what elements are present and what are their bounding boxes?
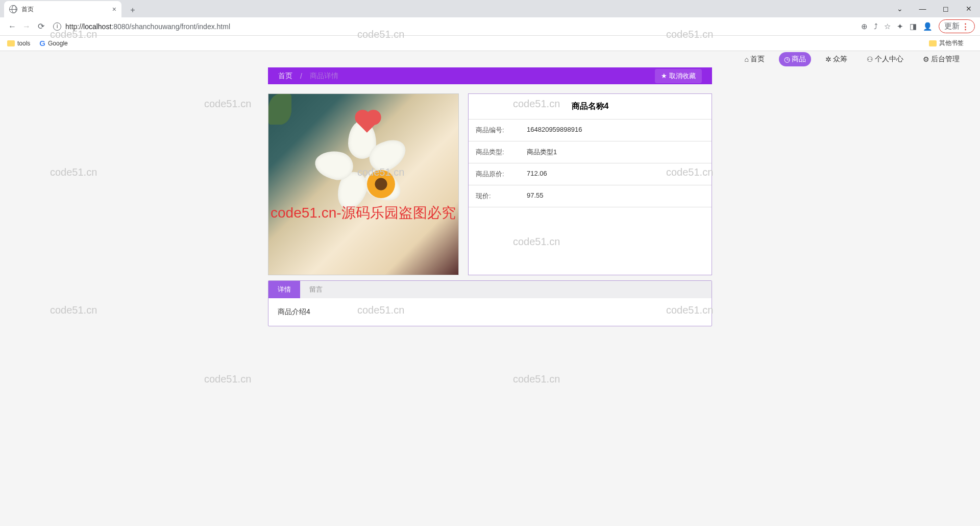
extensions-icon[interactable]: ✦ (897, 22, 903, 31)
sidepanel-icon[interactable]: ◨ (910, 22, 917, 31)
label-price: 现价: (476, 192, 527, 201)
value-id: 164820959898916 (527, 126, 582, 135)
value-origprice: 712.06 (527, 170, 547, 179)
browser-tab-bar: 首页 × + ⌄ — ◻ ✕ (0, 0, 980, 17)
update-button[interactable]: 更新⋮ (939, 19, 975, 33)
close-tab-icon[interactable]: × (112, 5, 116, 13)
info-row-origprice: 商品原价: 712.06 (469, 163, 712, 185)
maximize-icon[interactable]: ◻ (934, 1, 957, 16)
nav-home[interactable]: ⌂首页 (740, 52, 770, 66)
nav-personal[interactable]: ⚇个人中心 (862, 52, 909, 66)
cancel-favorite-button[interactable]: ★取消收藏 (655, 69, 702, 83)
page-body: 首页 / 商品详情 ★取消收藏 商品名称4 商品编号: 164820959898… (0, 67, 980, 526)
value-price: 97.55 (527, 192, 544, 201)
profile-icon[interactable]: 👤 (923, 22, 933, 31)
dropdown-icon[interactable]: ⌄ (888, 1, 911, 16)
breadcrumb-home[interactable]: 首页 (278, 71, 292, 81)
label-id: 商品编号: (476, 126, 527, 135)
minimize-icon[interactable]: — (911, 1, 934, 16)
bookmark-google[interactable]: GGoogle (39, 39, 67, 47)
info-row-type: 商品类型: 商品类型1 (469, 141, 712, 163)
breadcrumb: 首页 / 商品详情 ★取消收藏 (268, 67, 712, 84)
link-icon: ⚙ (923, 55, 929, 63)
info-row-price: 现价: 97.55 (469, 185, 712, 207)
back-button[interactable]: ← (5, 19, 19, 34)
folder-icon (7, 40, 15, 46)
value-type: 商品类型1 (527, 148, 557, 157)
label-type: 商品类型: (476, 148, 527, 157)
tab-detail[interactable]: 详情 (268, 281, 300, 298)
new-tab-button[interactable]: + (126, 3, 140, 17)
home-icon: ⌂ (745, 55, 749, 63)
sparkle-icon: ✲ (825, 55, 831, 63)
person-icon: ⚇ (867, 55, 873, 63)
url-input[interactable]: i http://localhost:8080/shanchouwang/fro… (53, 22, 856, 31)
breadcrumb-current: 商品详情 (310, 71, 338, 81)
forward-button[interactable]: → (19, 19, 34, 34)
label-origprice: 商品原价: (476, 170, 527, 179)
star-icon: ★ (661, 72, 667, 80)
share-icon[interactable]: ⤴ (874, 22, 878, 31)
tab-comment[interactable]: 留言 (300, 281, 332, 298)
reload-button[interactable]: ⟳ (34, 19, 48, 34)
clock-icon: ◷ (784, 55, 790, 63)
bookmark-tools[interactable]: tools (7, 40, 30, 47)
close-window-icon[interactable]: ✕ (957, 1, 980, 16)
product-image (268, 93, 459, 275)
zoom-icon[interactable]: ⊕ (861, 22, 868, 31)
globe-icon (9, 5, 17, 13)
address-bar: ← → ⟳ i http://localhost:8080/shanchouwa… (0, 17, 980, 36)
nav-crowdfund[interactable]: ✲众筹 (820, 52, 852, 66)
browser-tab[interactable]: 首页 × (4, 1, 121, 17)
folder-icon (929, 40, 937, 46)
info-row-id: 商品编号: 164820959898916 (469, 119, 712, 141)
nav-admin[interactable]: ⚙后台管理 (918, 52, 965, 66)
site-info-icon[interactable]: i (53, 22, 61, 31)
bookmarks-bar: tools GGoogle 其他书签 (0, 36, 980, 51)
tab-title: 首页 (21, 5, 34, 14)
breadcrumb-separator: / (300, 72, 302, 80)
nav-product[interactable]: ◷商品 (779, 52, 811, 66)
detail-tabs: 详情 留言 (268, 281, 712, 298)
product-title: 商品名称4 (469, 94, 712, 119)
bookmark-star-icon[interactable]: ☆ (884, 22, 891, 31)
bookmark-other[interactable]: 其他书签 (929, 39, 964, 47)
window-controls: ⌄ — ◻ ✕ (888, 0, 980, 17)
product-info-panel: 商品名称4 商品编号: 164820959898916 商品类型: 商品类型1 … (468, 93, 712, 275)
detail-content: 商品介绍4 (268, 298, 712, 326)
google-icon: G (39, 39, 45, 47)
site-nav: ⌂首页 ◷商品 ✲众筹 ⚇个人中心 ⚙后台管理 (0, 51, 980, 67)
detail-panel: 详情 留言 商品介绍4 (268, 280, 712, 326)
